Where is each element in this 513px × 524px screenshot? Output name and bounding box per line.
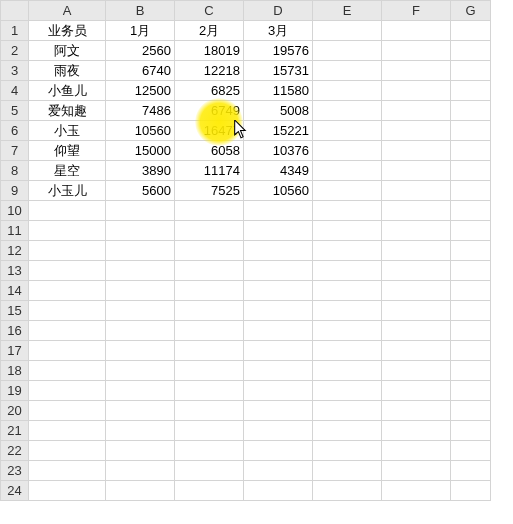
cell-B9[interactable]: 5600	[106, 181, 175, 201]
cell-A15[interactable]	[29, 301, 106, 321]
row-header[interactable]: 8	[1, 161, 29, 181]
cell-A1[interactable]: 业务员	[29, 21, 106, 41]
row-header[interactable]: 11	[1, 221, 29, 241]
cell-G13[interactable]	[451, 261, 491, 281]
cell-B13[interactable]	[106, 261, 175, 281]
row-header[interactable]: 9	[1, 181, 29, 201]
cell-G2[interactable]	[451, 41, 491, 61]
cell-A21[interactable]	[29, 421, 106, 441]
row-header[interactable]: 23	[1, 461, 29, 481]
cell-E15[interactable]	[313, 301, 382, 321]
cell-G15[interactable]	[451, 301, 491, 321]
cell-F22[interactable]	[382, 441, 451, 461]
cell-E11[interactable]	[313, 221, 382, 241]
cell-C23[interactable]	[175, 461, 244, 481]
cell-E22[interactable]	[313, 441, 382, 461]
cell-C7[interactable]: 6058	[175, 141, 244, 161]
cell-F16[interactable]	[382, 321, 451, 341]
cell-E8[interactable]	[313, 161, 382, 181]
cell-A14[interactable]	[29, 281, 106, 301]
cell-E1[interactable]	[313, 21, 382, 41]
cell-A4[interactable]: 小鱼儿	[29, 81, 106, 101]
cell-B10[interactable]	[106, 201, 175, 221]
cell-F9[interactable]	[382, 181, 451, 201]
row-header[interactable]: 17	[1, 341, 29, 361]
cell-D16[interactable]	[244, 321, 313, 341]
cell-D12[interactable]	[244, 241, 313, 261]
cell-E2[interactable]	[313, 41, 382, 61]
cell-B11[interactable]	[106, 221, 175, 241]
cell-C8[interactable]: 11174	[175, 161, 244, 181]
cell-C5[interactable]: 6749	[175, 101, 244, 121]
col-header-C[interactable]: C	[175, 1, 244, 21]
cell-F5[interactable]	[382, 101, 451, 121]
row-header[interactable]: 10	[1, 201, 29, 221]
row-header[interactable]: 19	[1, 381, 29, 401]
cell-F17[interactable]	[382, 341, 451, 361]
cell-F23[interactable]	[382, 461, 451, 481]
row-header[interactable]: 3	[1, 61, 29, 81]
col-header-E[interactable]: E	[313, 1, 382, 21]
cell-A19[interactable]	[29, 381, 106, 401]
cell-E9[interactable]	[313, 181, 382, 201]
cell-C14[interactable]	[175, 281, 244, 301]
cell-E17[interactable]	[313, 341, 382, 361]
cell-D7[interactable]: 10376	[244, 141, 313, 161]
cell-D13[interactable]	[244, 261, 313, 281]
cell-D20[interactable]	[244, 401, 313, 421]
col-header-F[interactable]: F	[382, 1, 451, 21]
col-header-B[interactable]: B	[106, 1, 175, 21]
cell-G20[interactable]	[451, 401, 491, 421]
row-header[interactable]: 18	[1, 361, 29, 381]
cell-E4[interactable]	[313, 81, 382, 101]
row-header[interactable]: 15	[1, 301, 29, 321]
cell-F15[interactable]	[382, 301, 451, 321]
row-header[interactable]: 4	[1, 81, 29, 101]
cell-B19[interactable]	[106, 381, 175, 401]
cell-F4[interactable]	[382, 81, 451, 101]
cell-F18[interactable]	[382, 361, 451, 381]
cell-E16[interactable]	[313, 321, 382, 341]
cell-C2[interactable]: 18019	[175, 41, 244, 61]
cell-B16[interactable]	[106, 321, 175, 341]
cell-F14[interactable]	[382, 281, 451, 301]
cell-C24[interactable]	[175, 481, 244, 501]
cell-D8[interactable]: 4349	[244, 161, 313, 181]
cell-D15[interactable]	[244, 301, 313, 321]
cell-E6[interactable]	[313, 121, 382, 141]
cell-F24[interactable]	[382, 481, 451, 501]
cell-A11[interactable]	[29, 221, 106, 241]
cell-C17[interactable]	[175, 341, 244, 361]
cell-F11[interactable]	[382, 221, 451, 241]
cell-G8[interactable]	[451, 161, 491, 181]
cell-G4[interactable]	[451, 81, 491, 101]
cell-B18[interactable]	[106, 361, 175, 381]
col-header-G[interactable]: G	[451, 1, 491, 21]
cell-D18[interactable]	[244, 361, 313, 381]
cell-B21[interactable]	[106, 421, 175, 441]
cell-D14[interactable]	[244, 281, 313, 301]
cell-E24[interactable]	[313, 481, 382, 501]
cell-A16[interactable]	[29, 321, 106, 341]
cell-G1[interactable]	[451, 21, 491, 41]
cell-C9[interactable]: 7525	[175, 181, 244, 201]
cell-E13[interactable]	[313, 261, 382, 281]
cell-C13[interactable]	[175, 261, 244, 281]
cell-E7[interactable]	[313, 141, 382, 161]
cell-C21[interactable]	[175, 421, 244, 441]
cell-C6[interactable]: 16477	[175, 121, 244, 141]
row-header[interactable]: 22	[1, 441, 29, 461]
cell-G17[interactable]	[451, 341, 491, 361]
cell-G9[interactable]	[451, 181, 491, 201]
row-header[interactable]: 13	[1, 261, 29, 281]
cell-B3[interactable]: 6740	[106, 61, 175, 81]
cell-A20[interactable]	[29, 401, 106, 421]
cell-C22[interactable]	[175, 441, 244, 461]
cell-E19[interactable]	[313, 381, 382, 401]
cell-A17[interactable]	[29, 341, 106, 361]
cell-A6[interactable]: 小玉	[29, 121, 106, 141]
cell-A7[interactable]: 仰望	[29, 141, 106, 161]
cell-D9[interactable]: 10560	[244, 181, 313, 201]
row-header[interactable]: 16	[1, 321, 29, 341]
cell-G12[interactable]	[451, 241, 491, 261]
